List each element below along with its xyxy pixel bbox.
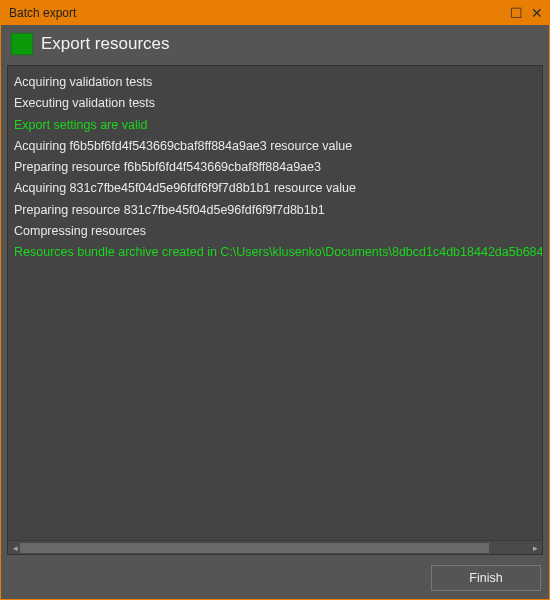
log-line: Acquiring f6b5bf6fd4f543669cbaf8ff884a9a…: [12, 136, 538, 157]
log-line: Preparing resource f6b5bf6fd4f543669cbaf…: [12, 157, 538, 178]
log-line: Export settings are valid: [12, 115, 538, 136]
window-title: Batch export: [9, 6, 510, 20]
log-line: Preparing resource 831c7fbe45f04d5e96fdf…: [12, 200, 538, 221]
dialog-header: Export resources: [1, 25, 549, 65]
scroll-left-icon[interactable]: ◂: [10, 543, 20, 553]
log-line: Executing validation tests: [12, 93, 538, 114]
scroll-right-icon[interactable]: ▸: [530, 543, 540, 553]
close-icon[interactable]: ✕: [531, 6, 543, 20]
window-controls: ☐ ✕: [510, 6, 543, 20]
log-content[interactable]: Acquiring validation testsExecuting vali…: [8, 66, 542, 540]
log-line: Resources bundle archive created in C:\U…: [12, 242, 538, 263]
horizontal-scrollbar[interactable]: ◂ ▸: [8, 540, 542, 554]
maximize-icon[interactable]: ☐: [510, 6, 523, 20]
scrollbar-track[interactable]: [20, 543, 530, 553]
log-line: Acquiring 831c7fbe45f04d5e96fdf6f9f7d8b1…: [12, 178, 538, 199]
dialog-title: Export resources: [41, 34, 170, 54]
scrollbar-thumb[interactable]: [20, 543, 489, 553]
export-status-icon: [11, 33, 33, 55]
titlebar[interactable]: Batch export ☐ ✕: [1, 1, 549, 25]
log-line: Acquiring validation tests: [12, 72, 538, 93]
batch-export-window: Batch export ☐ ✕ Export resources Acquir…: [0, 0, 550, 600]
dialog-footer: Finish: [1, 559, 549, 599]
log-line: Compressing resources: [12, 221, 538, 242]
finish-button[interactable]: Finish: [431, 565, 541, 591]
log-panel: Acquiring validation testsExecuting vali…: [7, 65, 543, 555]
